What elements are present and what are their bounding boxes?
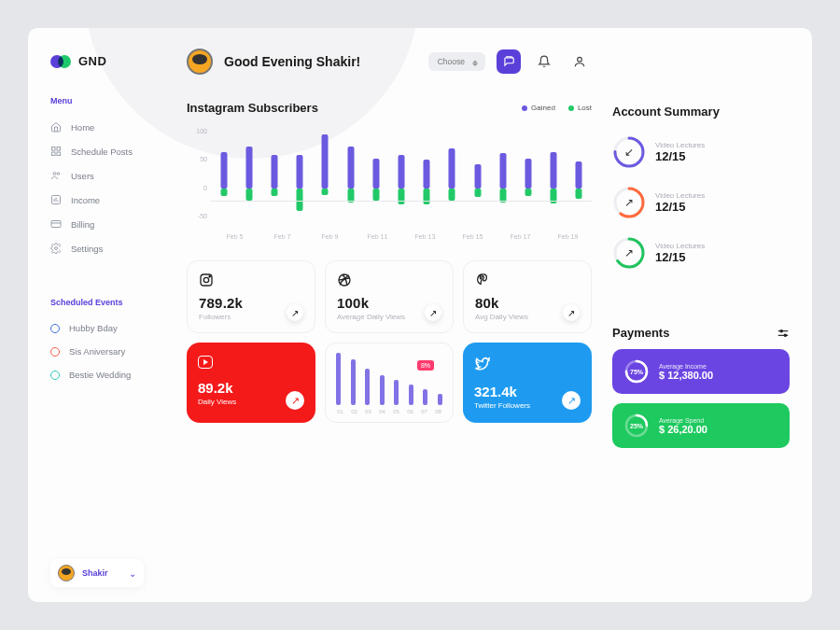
choose-select[interactable]: Choose (428, 52, 485, 71)
scheduled-section-label: Scheduled Events (50, 298, 168, 307)
payment-value: $ 26,20.00 (659, 424, 707, 435)
pinterest-icon (475, 273, 490, 287)
svg-point-5 (57, 173, 60, 175)
progress-ring-icon: ↙ (612, 135, 646, 169)
sidebar-item-schedule[interactable]: Schedule Posts (50, 139, 168, 163)
svg-rect-3 (57, 152, 61, 156)
svg-rect-0 (52, 147, 56, 151)
pct-ring-icon: 25% (623, 413, 650, 439)
svg-point-9 (578, 57, 582, 62)
scheduled-item[interactable]: Sis Aniversary (50, 340, 168, 363)
progress-ring-icon: ↗ (612, 186, 646, 219)
brand[interactable]: GND (50, 54, 168, 68)
sidebar-item-settings[interactable]: Settings (50, 236, 168, 260)
sidebar-item-users[interactable]: Users (50, 163, 168, 188)
payment-card[interactable]: 25% Average Spend$ 26,20.00 (612, 403, 790, 448)
stat-pinterest[interactable]: 80k Avg Daily Views ↗ (463, 260, 592, 333)
sidebar-item-billing[interactable]: Billing (50, 212, 168, 236)
payment-card[interactable]: 75% Average Income$ 12,380.00 (612, 349, 790, 394)
event-color-icon (50, 347, 60, 357)
chat-icon (502, 55, 515, 68)
arrow-up-right-icon[interactable]: ↗ (563, 304, 580, 321)
event-color-icon (50, 371, 60, 380)
profile-switcher[interactable]: Shakir ⌄ (50, 559, 144, 587)
logo-icon (50, 55, 71, 68)
arrow-up-right-icon[interactable]: ↗ (425, 304, 441, 321)
account-button[interactable] (567, 49, 592, 74)
dribbble-icon (337, 273, 352, 287)
greeting-text: Good Evening Shakir! (224, 54, 417, 69)
summary-value: 12/15 (655, 250, 705, 264)
summary-item[interactable]: ↗ Video Lectures12/15 (612, 186, 790, 219)
x-axis: Feb 5Feb 7Feb 9Feb 11Feb 13Feb 15Feb 17F… (211, 233, 592, 240)
mini-x-axis: 0102030405060708 (333, 409, 445, 414)
youtube-icon (198, 356, 213, 369)
arrow-up-right-icon[interactable]: ↗ (562, 391, 581, 410)
sidebar-item-income[interactable]: Income (50, 188, 168, 212)
subscribers-chart: Instagram Subscribers Gained Lost 100500… (187, 101, 592, 240)
stat-instagram[interactable]: 789.2k Followers ↗ (187, 260, 315, 333)
svg-point-23 (784, 334, 786, 336)
sidebar-item-home[interactable]: Home (50, 115, 168, 139)
scheduled-item[interactable]: Hubby Bday (50, 316, 168, 340)
summary-value: 12/15 (655, 200, 705, 214)
summary-title: Account Summary (612, 105, 790, 119)
chart-legend: Gained Lost (522, 104, 592, 112)
svg-point-12 (209, 276, 210, 277)
scheduled-label: Hubby Bday (69, 323, 118, 333)
card-icon (50, 218, 62, 230)
sidebar-item-label: Users (71, 171, 94, 181)
summary-value: 12/15 (655, 149, 705, 163)
chart-bars (211, 128, 592, 219)
payment-label: Average Spend (659, 417, 707, 424)
nav-menu: Home Schedule Posts Users Income Billing… (50, 115, 168, 260)
twitter-card[interactable]: 321.4k Twitter Followers ↗ (463, 343, 592, 423)
sliders-icon[interactable] (777, 327, 790, 340)
instagram-icon (199, 273, 214, 287)
svg-point-4 (53, 173, 56, 175)
notifications-button[interactable] (532, 49, 556, 74)
svg-rect-7 (51, 221, 61, 228)
arrow-up-right-icon[interactable]: ↗ (286, 391, 304, 410)
summary-item[interactable]: ↗ Video Lectures12/15 (612, 236, 790, 270)
bell-icon (538, 55, 551, 68)
sidebar-item-label: Billing (71, 219, 94, 230)
scheduled-label: Bestie Wedding (69, 370, 131, 380)
pct-ring-icon: 75% (623, 358, 650, 385)
scheduled-list: Hubby Bday Sis Aniversary Bestie Wedding (50, 316, 168, 386)
messages-button[interactable] (497, 49, 521, 74)
payment-label: Average Income (659, 363, 713, 370)
chevron-down-icon: ⌄ (129, 568, 136, 579)
youtube-card[interactable]: 89.2k Daily Views ↗ (187, 343, 315, 423)
arrow-up-right-icon[interactable]: ↗ (287, 304, 303, 321)
stat-dribbble[interactable]: 100k Average Daily Views ↗ (325, 260, 454, 333)
scheduled-label: Sis Aniversary (69, 346, 125, 357)
summary-item[interactable]: ↙ Video Lectures12/15 (612, 135, 790, 169)
svg-point-22 (780, 329, 782, 331)
gear-icon (50, 243, 62, 254)
users-icon (50, 170, 62, 181)
avatar-icon (58, 565, 75, 581)
twitter-icon (474, 356, 491, 372)
profile-name: Shakir (82, 568, 121, 578)
payment-value: $ 12,380.00 (659, 370, 713, 381)
chart-title: Instagram Subscribers (187, 101, 522, 115)
sidebar-item-label: Income (71, 195, 100, 205)
event-color-icon (50, 324, 60, 333)
user-icon (573, 55, 586, 68)
payments-title: Payments (612, 326, 669, 340)
progress-ring-icon: ↗ (612, 236, 646, 270)
mini-chart: 8% 0102030405060708 (325, 343, 454, 423)
sidebar-item-label: Settings (71, 244, 103, 254)
scheduled-item[interactable]: Bestie Wedding (50, 363, 168, 386)
home-icon (50, 121, 62, 133)
svg-rect-2 (52, 152, 56, 156)
avatar-icon (187, 49, 213, 75)
chart-icon (50, 194, 62, 205)
y-axis: 100500-50 (187, 128, 207, 219)
menu-section-label: Menu (50, 96, 168, 105)
svg-rect-1 (57, 147, 61, 151)
sidebar-item-label: Schedule Posts (71, 147, 133, 157)
summary-label: Video Lectures (655, 141, 705, 149)
brand-name: GND (78, 54, 106, 68)
